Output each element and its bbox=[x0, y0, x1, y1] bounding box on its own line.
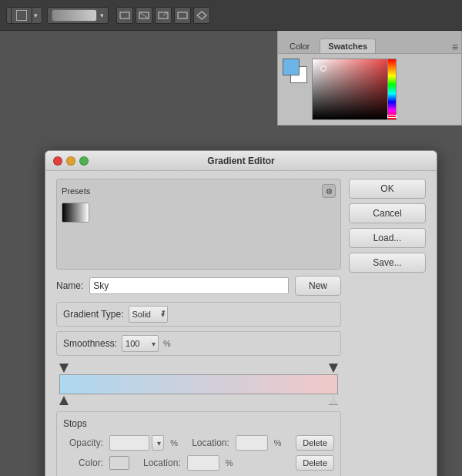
smoothness-row: Smoothness: 100 % bbox=[56, 331, 341, 356]
svg-line-2 bbox=[139, 12, 149, 18]
location-input2[interactable] bbox=[187, 455, 219, 471]
gradient-type-row: Gradient Type: Solid Noise ▾ bbox=[56, 302, 341, 327]
opacity-stops-row bbox=[59, 362, 338, 374]
window-buttons bbox=[53, 156, 89, 166]
load-button[interactable]: Load... bbox=[349, 228, 426, 248]
hue-indicator[interactable] bbox=[387, 115, 397, 118]
color-stop-row: Color: Location: % Delete bbox=[63, 455, 334, 471]
color-stop-left[interactable] bbox=[59, 396, 69, 405]
svg-rect-0 bbox=[120, 12, 129, 18]
layer-style-control[interactable]: ▾ bbox=[6, 7, 42, 24]
gradient-arrow: ▾ bbox=[100, 12, 104, 19]
opacity-select-wrapper bbox=[109, 435, 164, 451]
gradient-type-select[interactable]: Solid Noise bbox=[129, 306, 168, 323]
style-icon bbox=[11, 7, 32, 24]
presets-gear-button[interactable]: ⚙ bbox=[322, 184, 336, 198]
svg-line-4 bbox=[163, 12, 168, 15]
location-unit2: % bbox=[226, 458, 233, 468]
opacity-input[interactable] bbox=[109, 435, 149, 451]
close-button[interactable] bbox=[53, 156, 62, 166]
color-stops-row bbox=[59, 394, 338, 407]
panel-body bbox=[278, 54, 461, 125]
color-stop-right[interactable] bbox=[329, 396, 338, 405]
location-label1: Location: bbox=[192, 437, 229, 448]
color-stop-label: Color: bbox=[63, 458, 103, 468]
foreground-color-swatch[interactable] bbox=[283, 59, 300, 75]
opacity-percent: % bbox=[170, 438, 178, 448]
tab-color[interactable]: Color bbox=[281, 39, 318, 53]
gradient-bar[interactable] bbox=[59, 374, 338, 394]
gradient-type-label: Gradient Type: bbox=[63, 309, 124, 320]
name-row: Name: New bbox=[56, 276, 341, 296]
main-layout: Presets ⚙ Name: New bbox=[56, 179, 426, 476]
cancel-button[interactable]: Cancel bbox=[349, 203, 426, 223]
color-picker-area bbox=[312, 59, 397, 120]
svg-marker-6 bbox=[197, 12, 206, 19]
tab-swatches[interactable]: Swatches bbox=[320, 39, 376, 53]
gradient-preview bbox=[52, 9, 97, 22]
location-unit1: % bbox=[274, 438, 282, 448]
color-stop-swatch[interactable] bbox=[109, 456, 129, 470]
spectrum-picker[interactable] bbox=[320, 65, 326, 72]
mode-diamond-icon[interactable] bbox=[193, 7, 210, 24]
preset-bw-swatch[interactable] bbox=[62, 203, 89, 223]
minimize-button[interactable] bbox=[66, 156, 75, 166]
panel-tabs: Color Swatches ≡ bbox=[278, 31, 461, 54]
presets-header: Presets ⚙ bbox=[62, 184, 336, 198]
smoothness-unit: % bbox=[163, 339, 171, 348]
right-column: OK Cancel Load... Save... bbox=[349, 179, 426, 476]
dialog-title: Gradient Editor bbox=[207, 156, 274, 166]
mode-linear-icon[interactable] bbox=[116, 7, 133, 24]
presets-section: Presets ⚙ bbox=[56, 179, 341, 270]
gradient-type-select-wrapper: Solid Noise ▾ bbox=[129, 306, 168, 323]
new-button[interactable]: New bbox=[295, 276, 341, 296]
name-label: Name: bbox=[56, 280, 83, 291]
save-button[interactable]: Save... bbox=[349, 253, 426, 273]
panel-menu-icon[interactable]: ≡ bbox=[452, 41, 458, 53]
ok-button[interactable]: OK bbox=[349, 179, 426, 199]
smoothness-select[interactable]: 100 bbox=[122, 335, 159, 352]
maximize-button[interactable] bbox=[79, 156, 89, 166]
name-input[interactable] bbox=[89, 277, 289, 294]
presets-grid bbox=[62, 203, 336, 264]
delete-button2[interactable]: Delete bbox=[296, 455, 334, 471]
dialog-body: Presets ⚙ Name: New bbox=[45, 171, 437, 476]
location-input1[interactable] bbox=[236, 435, 268, 451]
dialog-titlebar: Gradient Editor bbox=[45, 151, 437, 171]
stops-section: Stops Opacity: % Location: % bbox=[56, 411, 341, 476]
stops-title: Stops bbox=[63, 418, 334, 429]
smoothness-label: Smoothness: bbox=[63, 338, 117, 349]
presets-label-text: Presets bbox=[62, 186, 90, 196]
opacity-stop-label: Opacity: bbox=[63, 437, 103, 448]
mode-reflected-icon[interactable] bbox=[174, 7, 191, 24]
fg-bg-swatches[interactable] bbox=[283, 59, 307, 83]
top-toolbar: ▾ ▾ bbox=[0, 0, 462, 31]
gradient-bar-section bbox=[56, 362, 341, 407]
delete-button1[interactable]: Delete bbox=[296, 435, 334, 451]
color-swatches-panel: Color Swatches ≡ bbox=[277, 31, 462, 126]
left-column: Presets ⚙ Name: New bbox=[56, 179, 341, 476]
opacity-dropdown[interactable] bbox=[152, 435, 164, 451]
mode-radial-icon[interactable] bbox=[136, 7, 152, 24]
gradient-editor-dialog: Gradient Editor Presets ⚙ bbox=[45, 150, 437, 476]
gradient-control[interactable]: ▾ bbox=[47, 7, 109, 24]
svg-rect-5 bbox=[178, 12, 187, 18]
color-spectrum[interactable] bbox=[312, 59, 397, 120]
mode-angle-icon[interactable] bbox=[155, 7, 172, 24]
smoothness-select-wrapper: 100 bbox=[122, 335, 159, 352]
mode-icons bbox=[116, 7, 210, 24]
location-label2: Location: bbox=[143, 458, 181, 468]
opacity-stop-left[interactable] bbox=[59, 364, 69, 373]
opacity-stop-right[interactable] bbox=[329, 364, 338, 373]
opacity-stop-row: Opacity: % Location: % Delete bbox=[63, 435, 334, 451]
hue-bar[interactable] bbox=[387, 59, 397, 120]
style-arrow: ▾ bbox=[34, 12, 38, 19]
